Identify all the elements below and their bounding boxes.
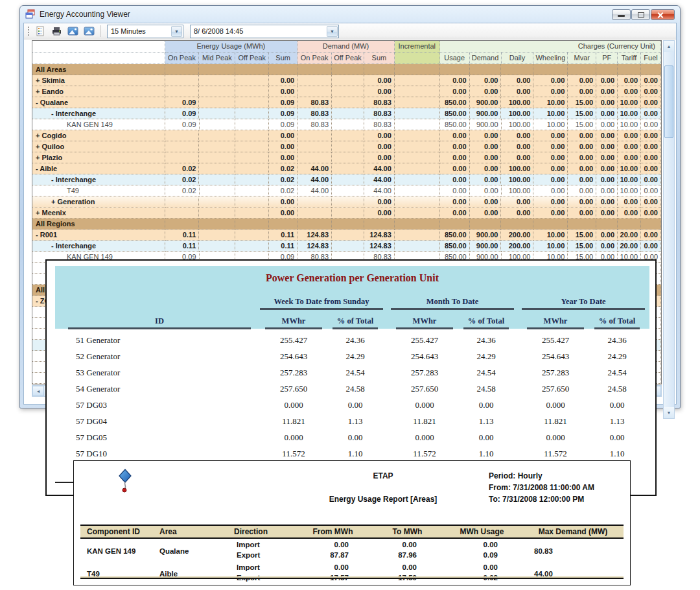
- etap-app-name: ETAP: [260, 471, 506, 480]
- value-cell: 0.00: [441, 541, 522, 551]
- form-button[interactable]: [33, 25, 47, 38]
- grid-cell: 0.00: [568, 152, 596, 163]
- row-label: + Eando: [32, 86, 165, 97]
- grid-cell: [235, 152, 269, 163]
- component-id-cell: T49: [80, 563, 153, 584]
- grid-cell: [298, 196, 332, 207]
- grid-cell: 0.00: [641, 174, 661, 185]
- grid-cell: 15.00: [568, 230, 596, 241]
- scroll-down-icon[interactable]: ▼: [664, 407, 674, 418]
- grid-column-header: Off Peak: [235, 53, 269, 64]
- picture-button[interactable]: [65, 25, 80, 38]
- row-label: + Generation: [32, 196, 165, 207]
- close-button[interactable]: [651, 9, 675, 20]
- table-row[interactable]: + Plazio0.000.000.000.000.000.000.000.00…: [32, 152, 661, 163]
- grid-cell: 0.00: [641, 230, 661, 241]
- row-label: All Areas: [32, 64, 165, 75]
- minimize-button[interactable]: [612, 9, 631, 20]
- grid-cell: [199, 174, 235, 185]
- table-row[interactable]: - R0010.110.11124.83124.83850.00900.0020…: [32, 230, 661, 241]
- grid-cell: 0.00: [501, 75, 533, 86]
- table-row[interactable]: + Quiloo0.000.000.000.000.000.000.000.00…: [32, 141, 661, 152]
- chevron-down-icon[interactable]: ▼: [327, 26, 338, 37]
- value-cell: 24.54: [327, 368, 383, 378]
- table-row[interactable]: + Cogido0.000.000.000.000.000.000.000.00…: [32, 130, 661, 141]
- table-row: 51 Generator255.42724.36255.42724.36255.…: [59, 332, 653, 348]
- datetime-combobox[interactable]: 8/ 6/2008 14:45 ▼: [190, 25, 339, 38]
- toolbar-grip[interactable]: [27, 25, 30, 37]
- grid-cell: [235, 97, 269, 108]
- table-row[interactable]: - Aible0.020.0244.0044.000.000.00100.000…: [32, 163, 661, 174]
- table-row[interactable]: + Meenix0.000.000.000.000.000.000.000.00…: [32, 207, 661, 218]
- etap-column-header: Component ID: [80, 527, 153, 536]
- scroll-left-icon[interactable]: ◄: [32, 386, 44, 396]
- grid-cell: 0.00: [596, 207, 618, 218]
- vertical-scrollbar-thumb[interactable]: [664, 65, 673, 138]
- column-header-mwhr: MWhr: [527, 316, 584, 329]
- interval-combobox[interactable]: 15 Minutes ▼: [107, 25, 183, 38]
- grid-cell: [199, 241, 235, 252]
- value-cell: 257.283: [522, 368, 589, 378]
- vertical-scrollbar[interactable]: ▲ ▼: [663, 40, 675, 419]
- grid-cell: [200, 185, 236, 196]
- grid-group-header: Charges (Currency Unit): [440, 41, 661, 53]
- row-label: - Interchange: [32, 108, 165, 119]
- grid-cell: [568, 218, 596, 230]
- grid-cell: 0.00: [440, 207, 470, 218]
- grid-cell: 10.00: [533, 97, 568, 108]
- toolbar-separator: [100, 25, 101, 37]
- value-cell: 0.000: [391, 400, 458, 410]
- table-row[interactable]: - Interchange0.020.0244.0044.000.000.001…: [32, 174, 661, 185]
- value-cell: 11.821: [391, 416, 458, 427]
- table-row[interactable]: All Areas: [32, 64, 661, 75]
- chevron-down-icon[interactable]: ▼: [171, 26, 182, 37]
- etap-column-header: From MWh: [292, 527, 373, 536]
- table-row[interactable]: - Interchange0.110.11124.83124.83850.009…: [32, 241, 661, 252]
- grid-cell: 124.83: [298, 230, 332, 241]
- grid-cell: 0.00: [470, 196, 502, 207]
- table-row[interactable]: KAN GEN 1490.090.0980.8380.83850.00900.0…: [32, 119, 661, 130]
- grid-cell: 0.00: [618, 86, 641, 97]
- grid-cell: [199, 64, 235, 75]
- grid-column-header: Daily: [502, 53, 534, 64]
- grid-cell: 0.00: [596, 152, 618, 163]
- grid-cell: 124.83: [364, 241, 395, 252]
- grid-cell: 0.00: [596, 196, 618, 207]
- grid-cell: 0.00: [470, 185, 502, 196]
- grid-cell: 20.00: [618, 230, 641, 241]
- table-row[interactable]: + Generation0.000.000.000.000.000.000.00…: [32, 196, 661, 207]
- grid-cell: 0.00: [618, 75, 641, 86]
- title-bar[interactable]: Energy Accounting Viewer: [20, 6, 680, 23]
- grid-cell: 0.00: [568, 174, 596, 185]
- table-row: 57 DG050.0000.000.0000.000.0000.00: [59, 429, 653, 445]
- value-cell: 0.00: [458, 432, 514, 443]
- picture-button-2[interactable]: [82, 25, 96, 38]
- restore-button[interactable]: [631, 9, 650, 20]
- grid-cell: [298, 152, 332, 163]
- table-row[interactable]: All Regions: [32, 218, 661, 230]
- group-header-year: Year To Date: [522, 297, 645, 310]
- row-label: - Qualane: [32, 97, 165, 108]
- table-row[interactable]: - Qualane0.090.0980.8380.83850.00900.001…: [32, 97, 661, 108]
- grid-cell: [199, 75, 235, 86]
- table-row[interactable]: + Eando0.000.000.000.000.000.000.000.000…: [32, 86, 661, 97]
- table-row[interactable]: - Interchange0.090.0980.8380.83850.00900…: [32, 108, 661, 119]
- grid-cell: 850.00: [440, 108, 470, 119]
- grid-column-header: Wheeling: [533, 53, 568, 64]
- table-row[interactable]: + Skimia0.000.000.000.000.000.000.000.00…: [32, 75, 661, 86]
- direction-cell: Export: [228, 551, 292, 561]
- grid-cell: [395, 97, 440, 108]
- table-row[interactable]: T490.020.0244.0044.000.000.00100.000.000…: [32, 185, 661, 196]
- scroll-up-icon[interactable]: ▲: [664, 41, 674, 52]
- grid-cell: [235, 130, 269, 141]
- grid-column-header: [32, 53, 165, 64]
- grid-cell: 44.00: [364, 174, 395, 185]
- grid-cell: [501, 64, 533, 75]
- grid-cell: 100.00: [502, 185, 534, 196]
- grid-group-header: Incremental: [395, 41, 440, 53]
- grid-cell: [269, 218, 298, 230]
- grid-cell: [199, 108, 235, 119]
- printer-button[interactable]: [49, 25, 64, 38]
- generator-id: 51 Generator: [59, 335, 260, 346]
- value-cell: 0.000: [522, 432, 589, 443]
